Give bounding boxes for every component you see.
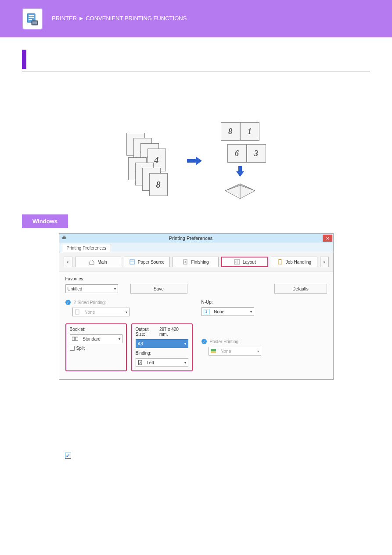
ribbon-tab-label: Main [97,260,107,265]
booklet-bottom-row: 6 3 [227,144,266,163]
printer-glyph-icon: 🖶 [62,235,66,240]
section-title: CONVENIENT FUNCTIONS FOR CREATING PAMPHL… [32,50,370,61]
two-sided-value: None [84,310,95,315]
step-1-title: Click the [Layout] tab. [37,389,92,395]
binding-label: Binding: [136,351,188,355]
section-title-row: CONVENIENT FUNCTIONS FOR CREATING PAMPHL… [22,50,370,69]
favorites-value: Untitled [68,287,83,291]
svg-rect-3 [29,19,32,20]
svg-rect-18 [76,310,79,314]
ribbon-tab-label: Paper Source [138,260,165,265]
arrow-right-icon [187,156,202,167]
booklet-icon [72,337,78,341]
printer-mode-icon [22,8,43,30]
header-bar: PRINTER ► CONVENIENT PRINTING FUNCTIONS [0,0,392,37]
poster-select[interactable]: None▾ [209,347,261,355]
right-column: N-Up: 1 None▾ i Poster Printing: None▾ [201,300,327,371]
split-label: Split [76,346,85,351]
favorites-select[interactable]: Untitled▾ [65,284,118,293]
folded-booklet-icon [223,181,258,200]
page-8: 8 [149,173,168,196]
step-number: 3 [22,434,32,445]
output-size-select[interactable]: A3▾ [136,339,188,348]
booklet-cell-1: 1 [240,122,259,141]
booklet-value: Standard [83,337,101,341]
two-sided-label: 2-Sided Printing: [74,300,106,305]
home-icon [89,259,95,265]
section-underline [22,72,370,72]
ribbon-tabs-row: < Main Paper Source A Finishing Layout J… [59,252,333,272]
output-binding-group: Output Size: 297 x 420 mm. A3▾ Binding: [131,323,193,371]
ribbon-tab-layout[interactable]: Layout [221,257,268,267]
info-icon[interactable]: i [201,339,207,344]
ribbon-tab-label: Finishing [191,260,209,265]
window-titlebar: 🖶 Printing Preferences ✕ [59,234,333,243]
tab-printing-preferences[interactable]: Printing Preferences [62,244,111,252]
svg-point-13 [235,261,236,261]
arrow-down-icon [236,166,244,178]
booklet-diagram: 1 2 3 4 5 6 7 8 8 1 6 3 [22,122,370,200]
page-icon: A [182,259,188,265]
split-checkbox[interactable]: Split [70,346,122,351]
header-breadcrumb: PRINTER ► CONVENIENT PRINTING FUNCTIONS [52,15,187,22]
booklet-cell-6: 6 [227,144,247,163]
output-booklet: 8 1 6 3 [214,122,266,200]
svg-rect-19 [72,337,75,341]
clipboard-icon [277,259,283,265]
binding-left-icon: A [138,360,142,365]
ribbon-next-button[interactable]: > [320,257,329,267]
step-2-body: The printed image will be enlarged or re… [37,418,370,426]
output-size-label: Output Size: [136,327,159,337]
step-2-title: Select [Standard] in "Booklet". [37,409,114,415]
checkbox-box [70,346,75,351]
svg-rect-5 [32,22,37,24]
input-pages: 1 2 3 4 5 6 7 8 [126,133,175,190]
step-number: 2 [22,408,32,419]
svg-rect-2 [29,17,34,18]
nup-select[interactable]: 1 None▾ [201,307,254,316]
step-1: 1 Click the [Layout] tab. [22,388,370,400]
close-button[interactable]: ✕ [323,235,332,242]
ribbon-tab-paper-source[interactable]: Paper Source [124,257,170,267]
binding-value: Left [147,360,154,365]
svg-point-15 [235,262,236,263]
ribbon-tab-finishing[interactable]: A Finishing [173,257,219,267]
step-number: 1 [22,388,32,400]
paragraph-2: This is convenient when you want to comp… [22,105,370,112]
svg-text:A: A [184,261,187,264]
sheet-icon [75,309,80,315]
two-sided-row: i 2-Sided Printing: [65,300,193,305]
window-body: Favorites: Untitled▾ Save Defaults i 2-S… [59,272,333,379]
svg-text:A: A [139,361,141,364]
binding-select[interactable]: A Left▾ [136,358,188,367]
step-3-title: Select the specified output size and the… [37,435,171,441]
breadcrumb-leaf: CONVENIENT PRINTING FUNCTIONS [86,15,187,22]
page-number: 3-26 [22,482,370,489]
svg-rect-25 [211,351,216,353]
ribbon-tab-label: Layout [243,260,256,265]
svg-rect-17 [279,259,281,260]
booklet-cell-8: 8 [221,122,240,141]
nup-label: N-Up: [201,300,327,305]
poster-value: None [220,349,231,354]
poster-icon [211,349,216,353]
step-2: 2 Select [Standard] in "Booklet". The pr… [22,408,370,426]
output-size-value: A3 [138,341,143,346]
window-tab-strip: Printing Preferences [59,243,333,252]
svg-rect-20 [76,337,78,341]
ribbon-tab-label: Job Handling [286,260,311,265]
info-icon[interactable]: i [65,300,71,305]
booklet-group: Booklet: Standard▾ Split [65,323,127,371]
two-sided-select[interactable]: None▾ [72,308,129,316]
ribbon-tab-job-handling[interactable]: Job Handling [271,257,317,267]
save-button[interactable]: Save [130,284,187,294]
ribbon-prev-button[interactable]: < [64,257,72,267]
poster-row: i Poster Printing: [201,339,327,344]
defaults-button[interactable]: Defaults [274,284,327,294]
ribbon-tab-main[interactable]: Main [75,257,121,267]
step-3: 3 Select the specified output size and t… [22,434,370,467]
breadcrumb-root: PRINTER [52,15,77,22]
breadcrumb-sep: ► [79,15,84,22]
booklet-select[interactable]: Standard▾ [70,334,122,343]
output-dims: 297 x 420 mm. [159,327,188,337]
